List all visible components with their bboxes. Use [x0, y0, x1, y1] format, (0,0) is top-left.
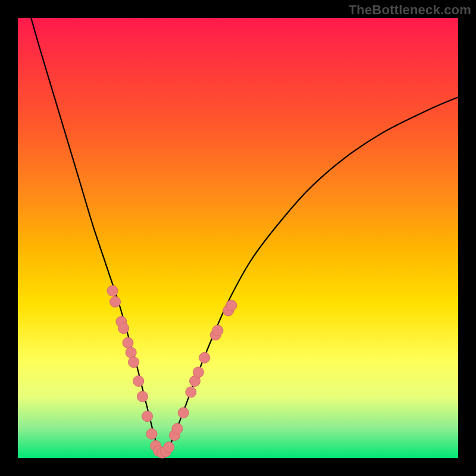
data-marker: [199, 352, 210, 363]
data-marker: [126, 347, 136, 358]
watermark-text: TheBottleneck.com: [349, 2, 471, 18]
data-marker: [118, 323, 129, 334]
plot-area: [18, 18, 458, 458]
bottleneck-curve: [31, 18, 458, 454]
data-marker: [142, 411, 153, 422]
marker-group: [107, 286, 237, 458]
data-marker: [172, 423, 183, 434]
data-marker: [146, 428, 157, 439]
data-marker: [107, 286, 118, 296]
data-marker: [212, 325, 223, 336]
data-marker: [137, 391, 148, 402]
data-marker: [129, 357, 139, 368]
chart-svg: [18, 18, 458, 458]
data-marker: [123, 337, 133, 348]
data-marker: [133, 376, 144, 387]
data-marker: [226, 300, 237, 311]
data-marker: [186, 387, 196, 397]
data-marker: [164, 442, 174, 453]
data-marker: [193, 367, 203, 378]
chart-frame: TheBottleneck.com: [0, 0, 476, 476]
data-marker: [178, 408, 189, 418]
data-marker: [110, 296, 121, 307]
